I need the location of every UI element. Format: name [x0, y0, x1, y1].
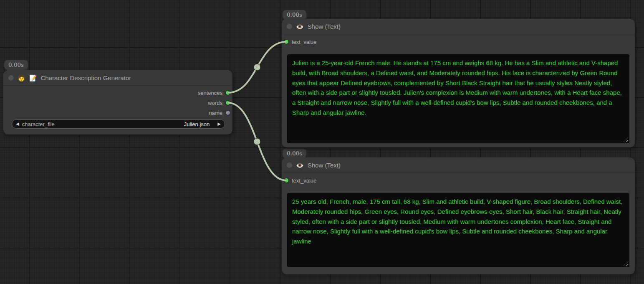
eye-icon: 👁️	[296, 23, 304, 30]
input-port-text-value[interactable]	[284, 178, 288, 183]
collapse-dot[interactable]	[287, 24, 292, 29]
input-port-text-value[interactable]	[284, 40, 288, 44]
output-row-words: words	[3, 98, 232, 108]
execution-time-badge: 0.00s	[283, 10, 306, 20]
node-header[interactable]: 👁️ Show (Text)	[282, 157, 635, 173]
execution-time-badge: 0.00s	[4, 60, 28, 70]
output-port-name[interactable]	[226, 111, 230, 115]
input-label: text_value	[292, 39, 316, 45]
node-character-description-generator[interactable]: 🧑 📝 Character Description Generator sent…	[3, 70, 232, 134]
node-show-text-2[interactable]: 👁️ Show (Text) text_value 25 years old, …	[282, 157, 635, 274]
text-display[interactable]: Julien is a 25-year-old French male. He …	[287, 54, 629, 143]
output-row-sentences: sentences	[3, 88, 232, 98]
eye-icon: 👁️	[296, 162, 304, 168]
output-port-words[interactable]	[226, 101, 230, 105]
node-title: Show (Text)	[308, 162, 341, 169]
output-port-sentences[interactable]	[226, 91, 230, 95]
character-file-widget[interactable]: ◀ character_file Julien.json ▶	[12, 119, 225, 129]
output-ports: sentences words name	[3, 88, 232, 118]
prev-arrow-icon[interactable]: ◀	[16, 122, 19, 126]
node-title: Character Description Generator	[40, 74, 131, 81]
node-title: Show (Text)	[308, 23, 341, 30]
output-row-name: name	[3, 108, 232, 118]
input-label: text_value	[292, 178, 316, 184]
widget-label: character_file	[22, 121, 55, 127]
text-display-wrap: 25 years old, French, male, 175 cm tall,…	[287, 193, 629, 267]
input-row-text-value: text_value	[282, 37, 635, 47]
memo-icon: 📝	[29, 75, 37, 81]
collapse-dot[interactable]	[8, 75, 14, 81]
widget-value[interactable]: Julien.json	[58, 121, 215, 127]
node-header[interactable]: 🧑 📝 Character Description Generator	[3, 70, 232, 86]
next-arrow-icon[interactable]: ▶	[217, 122, 221, 126]
node-show-text-1[interactable]: 👁️ Show (Text) text_value Julien is a 25…	[282, 19, 635, 147]
person-icon: 🧑	[18, 75, 25, 81]
execution-time-badge: 0.00s	[283, 149, 306, 158]
input-row-text-value: text_value	[282, 175, 635, 185]
node-header[interactable]: 👁️ Show (Text)	[282, 19, 635, 34]
output-label: name	[209, 110, 222, 116]
output-label: sentences	[198, 90, 222, 96]
collapse-dot[interactable]	[287, 162, 292, 168]
text-display[interactable]: 25 years old, French, male, 175 cm tall,…	[287, 193, 629, 267]
text-display-wrap: Julien is a 25-year-old French male. He …	[287, 54, 629, 143]
output-label: words	[208, 100, 222, 106]
